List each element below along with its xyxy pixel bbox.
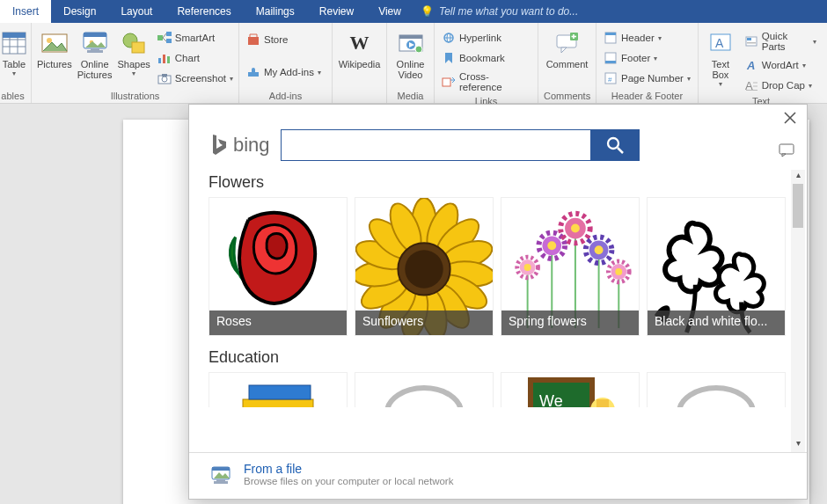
group-wikipedia: W Wikipedia [333,23,387,103]
svg-rect-43 [605,33,616,35]
svg-rect-12 [87,50,103,53]
hyperlink-button[interactable]: Hyperlink [440,29,532,47]
shapes-button[interactable]: Shapes ▾ [117,26,150,77]
svg-line-62 [618,148,623,153]
bookmark-button[interactable]: Bookmark [440,49,532,67]
group-comments-label: Comments [544,89,590,101]
chart-label: Chart [175,53,200,63]
comment-button[interactable]: Comment [544,26,590,69]
group-comments: Comment Comments [538,23,596,103]
quickparts-button[interactable]: Quick Parts▾ [743,29,818,54]
tell-me-text: Tell me what you want to do... [439,5,578,18]
thumb-bw-flowers[interactable]: Black and white flo... [647,197,786,336]
svg-text:We: We [539,392,563,407]
scroll-down-icon[interactable]: ▾ [791,438,805,452]
smartart-button[interactable]: SmartArt [156,29,235,47]
thumb-books[interactable] [209,372,348,407]
smartart-label: SmartArt [175,33,215,43]
wikipedia-label: Wikipedia [339,59,381,69]
pagenumber-label: Page Number [621,73,684,84]
svg-rect-112 [212,467,230,471]
thumb-circle2[interactable] [647,372,786,407]
crossref-button[interactable]: Cross-reference [440,69,532,94]
flowers-row: Roses [209,197,787,336]
pictures-button[interactable]: Pictures [37,26,72,69]
svg-rect-109 [596,399,609,407]
table-button[interactable]: Table ▾ [0,26,28,77]
group-illustrations-label: Illustrations [37,89,233,101]
screenshot-caret: ▾ [230,75,233,83]
wordart-button[interactable]: AWordArt▾ [743,56,818,74]
tab-references[interactable]: References [165,0,243,23]
group-addins-label: Add-ins [245,89,326,101]
smartart-icon [157,31,172,45]
svg-point-92 [547,241,556,250]
thumb-spring-flowers[interactable]: Spring flowers [501,197,640,336]
group-addins: Store My Add-ins ▾ Add-ins [239,23,333,103]
tab-layout[interactable]: Layout [108,0,165,23]
chart-button[interactable]: Chart [156,49,235,67]
from-file-icon [209,462,233,486]
textbox-button[interactable]: A Text Box▾ [704,26,737,88]
pagenumber-button[interactable]: #Page Number▾ [602,69,692,87]
category-education-title: Education [209,348,787,367]
dialog-body: Flowers Roses [189,170,807,452]
dialog-close-button[interactable] [784,112,796,124]
online-video-button[interactable]: Online Video [392,26,428,80]
bing-icon [209,133,228,157]
results-scrollbar[interactable]: ▴ ▾ [791,170,805,452]
tab-insert[interactable]: Insert [0,0,51,23]
tab-review[interactable]: Review [307,0,366,23]
footer-button[interactable]: Footer▾ [602,49,692,67]
from-file-subtitle: Browse files on your computer or local n… [244,476,453,486]
tab-design[interactable]: Design [51,0,108,23]
table-caret: ▾ [12,69,16,77]
tab-view[interactable]: View [366,0,414,23]
shapes-icon [120,29,148,57]
my-addins-button[interactable]: My Add-ins ▾ [245,63,326,81]
wikipedia-button[interactable]: W Wikipedia [338,26,381,69]
search-box [281,129,640,161]
crossref-label: Cross-reference [459,71,531,92]
thumb-circle1[interactable] [355,372,494,407]
tell-me[interactable]: 💡 Tell me what you want to do... [414,0,827,23]
svg-line-19 [163,38,166,41]
tab-mailings[interactable]: Mailings [244,0,307,23]
dropcap-button[interactable]: ADrop Cap▾ [743,77,818,94]
store-button[interactable]: Store [245,31,326,48]
scroll-thumb[interactable] [793,184,803,228]
svg-point-105 [387,388,461,407]
header-button[interactable]: Header▾ [602,29,692,47]
thumb-bw-caption: Black and white flo... [648,310,785,335]
search-button[interactable] [590,129,640,161]
svg-rect-113 [216,479,225,481]
thumb-roses[interactable]: Roses [209,197,348,336]
thumb-sunflowers-caption: Sunflowers [355,310,493,335]
store-label: Store [264,34,289,45]
online-pictures-icon [81,29,109,57]
header-label: Header [621,33,655,43]
screenshot-button[interactable]: Screenshot ▾ [156,69,235,87]
my-addins-caret: ▾ [318,69,321,77]
group-links: Hyperlink Bookmark Cross-reference Links [435,23,538,103]
crossref-icon [442,75,456,89]
wordart-label: WordArt [762,60,799,70]
online-pictures-button[interactable]: Online Pictures [77,26,113,80]
from-file-row[interactable]: From a file Browse files on your compute… [189,452,807,499]
shapes-label: Shapes [117,59,150,69]
thumb-chalkboard[interactable]: We [501,372,640,407]
feedback-button[interactable] [779,143,794,157]
svg-rect-52 [747,42,756,44]
chart-icon [157,51,172,65]
svg-rect-102 [243,399,313,407]
svg-rect-5 [3,33,26,38]
svg-rect-114 [214,481,228,484]
my-addins-icon [246,65,260,79]
scroll-up-icon[interactable]: ▴ [791,170,805,184]
pictures-label: Pictures [37,59,72,69]
my-addins-label: My Add-ins [264,67,314,77]
thumb-sunflowers[interactable]: Sunflowers [355,197,494,336]
footer-icon [604,51,618,65]
group-tables: Table ▾ ables [0,23,32,103]
search-input[interactable] [281,129,590,161]
